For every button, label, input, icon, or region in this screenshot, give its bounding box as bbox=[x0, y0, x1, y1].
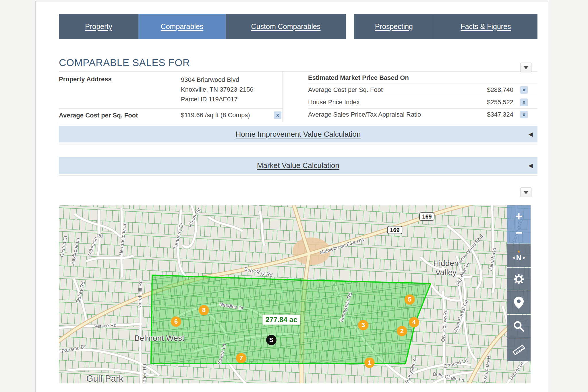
subject-marker[interactable]: S bbox=[266, 335, 276, 345]
map-collapse-button[interactable] bbox=[521, 188, 531, 197]
road-label: Ormand-Ln bbox=[443, 358, 468, 370]
tab-label: Property bbox=[85, 22, 112, 31]
property-summary: Property Address 9304 Briarwood Blvd Kno… bbox=[59, 71, 537, 122]
property-summary-left: Property Address 9304 Briarwood Blvd Kno… bbox=[59, 72, 283, 122]
comp-marker-6[interactable]: 6 bbox=[171, 316, 181, 327]
comp-marker-8[interactable]: 8 bbox=[199, 305, 209, 315]
tab-bar: PropertyComparablesCustom ComparablesPro… bbox=[59, 14, 537, 39]
road-label: urham Rd bbox=[186, 207, 202, 229]
map[interactable]: Middlebrook Pike NWBob-Gray-RdHearthston… bbox=[59, 205, 531, 383]
road-label: Belle Glade Ln bbox=[432, 371, 465, 383]
pan-right-icon[interactable]: ▶ bbox=[521, 256, 527, 260]
remove-estimate-button[interactable]: x bbox=[520, 86, 528, 94]
road-label: Venice Rd bbox=[94, 323, 117, 329]
zoom-in-button[interactable]: + bbox=[507, 208, 531, 225]
remove-estimate-button[interactable]: x bbox=[520, 99, 528, 106]
comp-marker-5[interactable]: 5 bbox=[405, 294, 415, 305]
comp-marker-2[interactable]: 2 bbox=[397, 326, 407, 336]
road-label: Turnberry Dr bbox=[172, 222, 185, 250]
estimate-row: House Price Index$255,522x bbox=[308, 96, 537, 108]
comp-marker-7[interactable]: 7 bbox=[236, 353, 246, 363]
address-line-1: 9304 Briarwood Blvd bbox=[181, 75, 254, 85]
chevron-down-icon bbox=[523, 66, 529, 69]
highway-shield: 169 bbox=[419, 213, 434, 221]
compass-control[interactable]: ▲ ◀ N ▶ bbox=[507, 244, 531, 267]
calc-section-title: Market Value Calculation bbox=[257, 161, 339, 170]
remove-avg-cost-button[interactable]: x bbox=[274, 111, 281, 119]
calc-section-bar[interactable]: Market Value Calculation◀ bbox=[59, 157, 537, 174]
road-label: Swaps Ln bbox=[216, 343, 228, 365]
divider bbox=[59, 175, 537, 176]
road-label: Hearthstone Ln bbox=[118, 222, 128, 256]
road-label: Delray Rd bbox=[75, 281, 86, 303]
estimate-value: $288,740 bbox=[467, 86, 513, 94]
estimate-label: House Price Index bbox=[308, 99, 467, 106]
summary-collapse-button[interactable] bbox=[521, 63, 531, 72]
divider bbox=[59, 144, 537, 144]
highway-shield: 169 bbox=[387, 226, 402, 234]
estimate-value: $255,522 bbox=[467, 99, 513, 106]
address-line-3: Parcel ID 119AE017 bbox=[181, 94, 254, 104]
calc-section-bar[interactable]: Home Improvement Value Calculation◀ bbox=[59, 126, 537, 142]
estimate-row: Average Sales Price/Tax Appraisal Ratio$… bbox=[308, 108, 537, 121]
address-line-2: Knoxville, TN 37923-2156 bbox=[181, 85, 254, 94]
calc-sections: Home Improvement Value Calculation◀Marke… bbox=[59, 126, 537, 176]
road-label: Bob-Gray-Rd bbox=[244, 266, 273, 278]
property-address-row: Property Address 9304 Briarwood Blvd Kno… bbox=[59, 72, 283, 108]
avg-cost-value: $119.66 /sq ft (8 Comps) bbox=[181, 111, 274, 119]
road-label: Dorset Dr bbox=[508, 361, 525, 381]
polygon-area-label: 277.84 ac bbox=[262, 315, 300, 325]
comp-marker-3[interactable]: 3 bbox=[358, 320, 368, 330]
comp-marker-1[interactable]: 1 bbox=[364, 358, 375, 368]
road-label: Wilkinson bbox=[86, 236, 99, 258]
road-label: annee Rd bbox=[142, 364, 148, 383]
road-label: Rd bbox=[96, 233, 103, 239]
tab-property[interactable]: Property bbox=[59, 14, 138, 39]
estimate-label: Average Cost per Sq. Foot bbox=[308, 86, 467, 94]
tab-label: Prospecting bbox=[375, 22, 413, 31]
pan-up-icon[interactable]: ▲ bbox=[517, 249, 521, 253]
map-location-button[interactable] bbox=[507, 291, 531, 314]
collapse-arrow-icon[interactable]: ◀ bbox=[529, 162, 533, 169]
chevron-down-icon bbox=[523, 191, 529, 194]
page-title: COMPARABLE SALES FOR bbox=[59, 57, 537, 68]
remove-estimate-button[interactable]: x bbox=[520, 111, 528, 118]
road-label: Needles Dr bbox=[219, 302, 244, 311]
property-address-value: 9304 Briarwood Blvd Knoxville, TN 37923-… bbox=[181, 75, 254, 104]
estimates-header: Estimated Market Price Based On bbox=[308, 72, 537, 84]
location-pin-icon bbox=[514, 296, 524, 309]
road-label: Parrish-Rd bbox=[488, 247, 498, 271]
road-label: Sunnydale Rd bbox=[339, 292, 353, 323]
zoom-out-button[interactable]: − bbox=[507, 225, 531, 241]
road-label: Crest-Forest Rd bbox=[452, 299, 469, 334]
place-label: Gulf Park bbox=[86, 374, 123, 383]
map-overlay: Middlebrook Pike NWBob-Gray-RdHearthston… bbox=[59, 205, 531, 383]
pan-left-icon[interactable]: ◀ bbox=[510, 256, 516, 260]
road-label: Farne Island Blvd bbox=[456, 233, 484, 266]
estimate-value: $347,324 bbox=[467, 111, 513, 118]
property-summary-right: Estimated Market Price Based On Average … bbox=[283, 72, 537, 122]
tab-facts-figures[interactable]: Facts & Figures bbox=[434, 14, 537, 39]
map-measure-button[interactable] bbox=[507, 338, 531, 361]
page-card: PropertyComparablesCustom ComparablesPro… bbox=[35, 1, 548, 392]
map-search-button[interactable] bbox=[507, 315, 531, 338]
tab-prospecting[interactable]: Prospecting bbox=[354, 14, 434, 39]
collapse-arrow-icon[interactable]: ◀ bbox=[529, 131, 533, 138]
road-label: Owl-Hollow-Rd bbox=[440, 309, 449, 342]
map-controls: + − ▲ ◀ N ▶ bbox=[507, 205, 531, 362]
road-label: Panama Dr bbox=[61, 343, 86, 354]
zoom-control: + − bbox=[507, 205, 531, 244]
road-label: Laurel Hill Rd bbox=[137, 280, 144, 310]
compass-north-label: N bbox=[516, 253, 522, 262]
comp-marker-4[interactable]: 4 bbox=[409, 317, 419, 327]
estimate-rows: Average Cost per Sq. Foot$288,740xHouse … bbox=[308, 84, 537, 121]
tab-label: Custom Comparables bbox=[251, 22, 321, 31]
tab-custom-comparables[interactable]: Custom Comparables bbox=[226, 14, 346, 39]
property-address-label: Property Address bbox=[59, 75, 181, 104]
place-label: Belmont West bbox=[134, 334, 184, 343]
map-settings-button[interactable] bbox=[507, 268, 531, 291]
road-label: Fox-Lonas-R bbox=[481, 355, 492, 383]
road-label: Sunnydale R bbox=[404, 357, 419, 383]
tab-comparables[interactable]: Comparables bbox=[138, 14, 226, 39]
calc-section-title: Home Improvement Value Calculation bbox=[236, 130, 361, 139]
